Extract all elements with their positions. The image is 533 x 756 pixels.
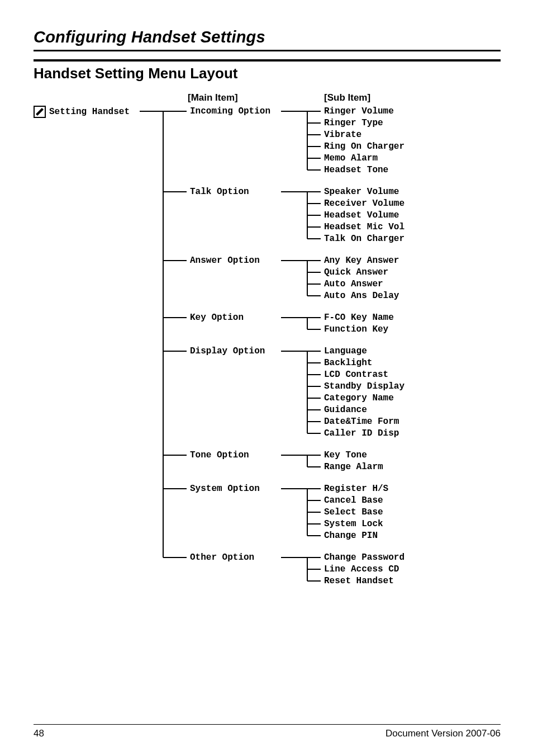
- document-version: Document Version 2007-06: [386, 728, 501, 739]
- main-item: System Option: [190, 483, 260, 495]
- sub-item: Ringer Type: [324, 117, 383, 129]
- sub-item: Headset Tone: [324, 164, 388, 176]
- sub-item: Language: [324, 346, 367, 357]
- sub-item: Ring On Charger: [324, 141, 404, 153]
- sub-item: Reset Handset: [324, 575, 394, 587]
- sub-item: Vibrate: [324, 129, 361, 141]
- sub-item: Guidance: [324, 404, 367, 416]
- main-item: Answer Option: [190, 255, 260, 267]
- sub-item: System Lock: [324, 518, 383, 530]
- sub-item: Memo Alarm: [324, 153, 378, 164]
- sub-item: Receiver Volume: [324, 198, 404, 210]
- sub-item: Date&Time Form: [324, 416, 399, 428]
- sub-item: Function Key: [324, 324, 388, 336]
- sub-item: Ringer Volume: [324, 106, 394, 117]
- sub-item: Change Password: [324, 552, 404, 564]
- sub-item: Key Tone: [324, 450, 367, 461]
- sub-item: LCD Contrast: [324, 369, 388, 381]
- sub-item: Talk On Charger: [324, 233, 404, 245]
- sub-item: Headset Mic Vol: [324, 221, 404, 233]
- main-item: Incoming Option: [190, 106, 270, 117]
- sub-item: Auto Ans Delay: [324, 290, 399, 302]
- page-number: 48: [34, 728, 44, 739]
- sub-item: Cancel Base: [324, 495, 383, 507]
- menu-tree-diagram: [Main Item] [Sub Item] Setting Handset I…: [34, 92, 501, 614]
- sub-item: Auto Answer: [324, 278, 383, 290]
- sub-item: Standby Display: [324, 381, 404, 393]
- sub-item: Backlight: [324, 357, 372, 369]
- footer-rule: [34, 724, 501, 725]
- sub-item: Change PIN: [324, 530, 378, 542]
- sub-item: Category Name: [324, 393, 394, 404]
- sub-item: Speaker Volume: [324, 186, 399, 198]
- section-title: Handset Setting Menu Layout: [34, 65, 501, 82]
- sub-item: Caller ID Disp: [324, 428, 399, 440]
- main-item: Tone Option: [190, 450, 249, 461]
- section-bar: Handset Setting Menu Layout: [34, 59, 501, 82]
- sub-item: Select Base: [324, 507, 383, 518]
- header-rule: [34, 50, 501, 51]
- sub-item: F-CO Key Name: [324, 312, 394, 324]
- main-item: Display Option: [190, 346, 265, 357]
- sub-item: Quick Answer: [324, 267, 388, 278]
- main-item: Talk Option: [190, 186, 249, 198]
- sub-item: Headset Volume: [324, 210, 399, 221]
- sub-item: Range Alarm: [324, 461, 383, 473]
- sub-item: Any Key Answer: [324, 255, 399, 267]
- sub-item: Line Access CD: [324, 564, 399, 575]
- main-item: Key Option: [190, 312, 244, 324]
- sub-item: Register H/S: [324, 483, 388, 495]
- main-item: Other Option: [190, 552, 254, 564]
- page-title: Configuring Handset Settings: [34, 28, 501, 46]
- footer: 48 Document Version 2007-06: [34, 724, 501, 739]
